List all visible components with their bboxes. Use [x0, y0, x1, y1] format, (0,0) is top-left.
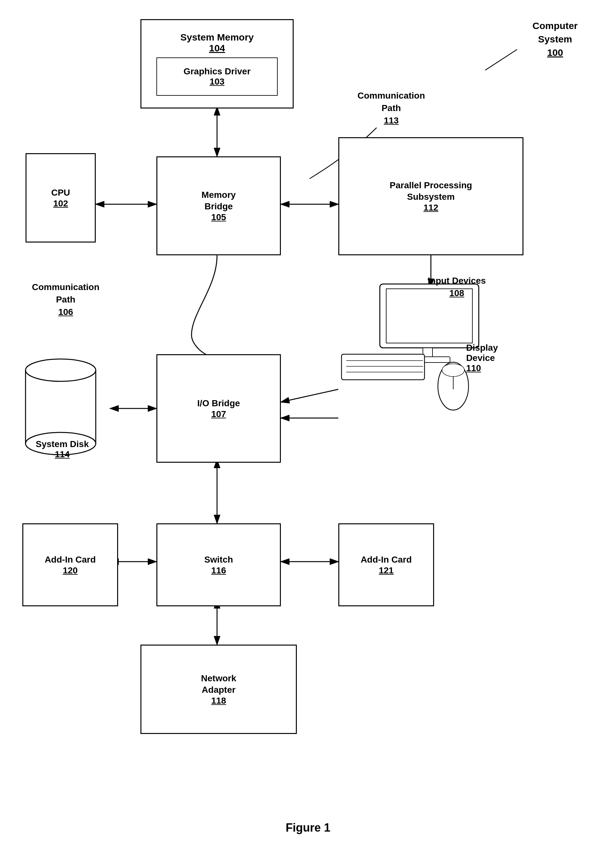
computer-system-label: Computer System 100 [533, 19, 578, 60]
pps-label: Parallel ProcessingSubsystem [390, 180, 472, 203]
pps-box: Parallel ProcessingSubsystem 112 [338, 137, 523, 255]
memory-bridge-num: 105 [211, 212, 226, 223]
add-in-card-121-num: 121 [379, 565, 394, 576]
comm-path-113-text: CommunicationPath [357, 89, 425, 114]
add-in-card-121-box: Add-In Card 121 [338, 523, 434, 606]
switch-label: Switch [204, 554, 233, 565]
network-adapter-num: 118 [211, 696, 226, 706]
keyboard [340, 351, 429, 389]
add-in-card-120-num: 120 [63, 565, 78, 576]
pps-num: 112 [424, 202, 438, 213]
add-in-card-121-label: Add-In Card [361, 554, 412, 565]
system-disk: System Disk 114 [19, 354, 105, 463]
svg-line-7 [281, 389, 338, 402]
figure-caption-text: Figure 1 [286, 821, 330, 834]
memory-bridge-label: MemoryBridge [201, 189, 236, 212]
input-devices-num: 108 [428, 287, 486, 299]
comm-path-106-label: CommunicationPath 106 [32, 281, 100, 319]
io-bridge-label: I/O Bridge [197, 398, 240, 409]
system-memory-box: System Memory 104 Graphics Driver 103 [140, 19, 294, 108]
input-devices-label: Input Devices 108 [428, 275, 486, 299]
network-adapter-box: NetworkAdapter 118 [140, 645, 297, 734]
graphics-driver-num: 103 [210, 77, 225, 87]
diagram-container: Computer System 100 System Memory 104 Gr… [0, 0, 616, 860]
io-bridge-box: I/O Bridge 107 [156, 354, 281, 463]
svg-point-24 [442, 364, 464, 377]
input-devices-text: Input Devices [428, 275, 486, 287]
cpu-num: 102 [53, 198, 68, 209]
memory-bridge-box: MemoryBridge 105 [156, 156, 281, 255]
switch-box: Switch 116 [156, 523, 281, 606]
network-adapter-label: NetworkAdapter [201, 673, 236, 696]
io-bridge-num: 107 [211, 409, 226, 419]
mouse-svg [434, 358, 472, 415]
keyboard-svg [340, 351, 429, 389]
svg-line-13 [485, 49, 517, 70]
graphics-driver-label: Graphics Driver [184, 66, 251, 77]
comm-path-106-text: CommunicationPath [32, 281, 100, 306]
system-memory-num: 104 [209, 43, 225, 53]
mouse [434, 358, 472, 415]
cpu-label: CPU [51, 187, 70, 198]
svg-point-26 [25, 359, 96, 381]
figure-caption: Figure 1 [0, 821, 616, 835]
switch-num: 116 [211, 565, 226, 576]
comm-path-113-num: 113 [357, 114, 425, 127]
add-in-card-120-box: Add-In Card 120 [22, 523, 118, 606]
system-memory-label: System Memory [180, 32, 254, 43]
comm-path-113-label: CommunicationPath 113 [357, 89, 425, 127]
add-in-card-120-label: Add-In Card [45, 554, 96, 565]
comm-path-106-num: 106 [32, 306, 100, 318]
cpu-box: CPU 102 [25, 153, 96, 243]
svg-rect-18 [341, 354, 424, 380]
